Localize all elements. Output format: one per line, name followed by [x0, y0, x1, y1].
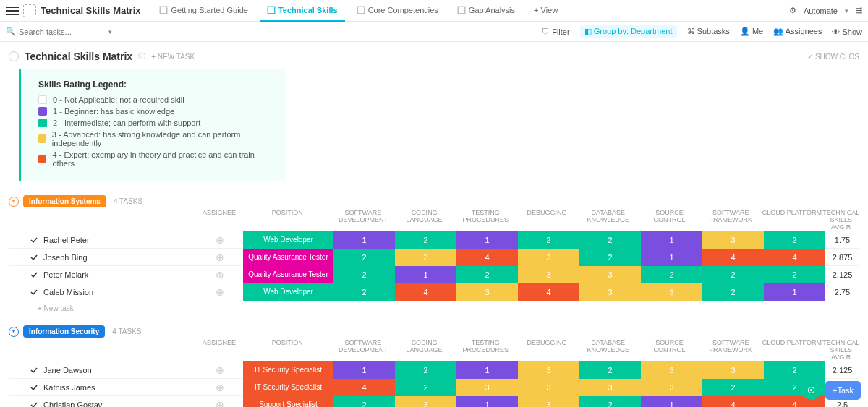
search-input[interactable] — [19, 27, 106, 36]
cell-score[interactable]: 4 — [333, 379, 395, 396]
cell-score[interactable]: 1 — [395, 266, 456, 283]
cell-score[interactable]: 4 — [518, 283, 579, 301]
cell-score[interactable]: 3 — [518, 266, 579, 283]
show-button[interactable]: 👁 Show — [832, 27, 862, 36]
cell-score[interactable]: 3 — [518, 379, 579, 396]
cell-position[interactable]: Web Developer — [243, 283, 333, 301]
cell-score[interactable]: 1 — [456, 361, 518, 379]
cell-score[interactable]: 1 — [456, 231, 518, 249]
cell-score[interactable]: 2 — [579, 361, 641, 379]
new-task-button[interactable]: + New task — [9, 300, 859, 321]
cell-score[interactable]: 2 — [764, 361, 825, 379]
section-caret-icon[interactable]: ▾ — [9, 327, 19, 337]
cell-score[interactable]: 3 — [456, 379, 518, 396]
cell-score[interactable]: 4 — [702, 249, 764, 266]
fab-task-button[interactable]: + Task — [825, 381, 861, 400]
cell-score[interactable]: 2 — [333, 283, 395, 301]
assignee-add-icon[interactable]: ⊕ — [197, 234, 243, 246]
cell-position[interactable]: Web Developer — [243, 231, 333, 249]
cell-score[interactable]: 3 — [518, 361, 579, 379]
assignee-add-icon[interactable]: ⊕ — [197, 286, 243, 298]
cell-score[interactable]: 2 — [333, 249, 395, 266]
cell-score[interactable]: 2 — [579, 249, 641, 266]
tab-gap-analysis[interactable]: Gap Analysis — [450, 0, 522, 22]
assignee-add-icon[interactable]: ⊕ — [197, 364, 243, 376]
cell-score[interactable]: 1 — [764, 283, 825, 301]
cell-score[interactable]: 2 — [518, 231, 579, 249]
table-row[interactable]: Christian Gostav⊕Support Specialist23132… — [9, 395, 859, 407]
assignee-add-icon[interactable]: ⊕ — [197, 382, 243, 393]
cell-score[interactable]: 2 — [579, 231, 641, 249]
new-task-header-button[interactable]: + NEW TASK — [151, 53, 195, 61]
cell-score[interactable]: 2 — [702, 379, 764, 396]
tab-getting-started-guide[interactable]: Getting Started Guide — [152, 0, 255, 22]
collapse-icon[interactable] — [9, 51, 19, 61]
cell-score[interactable]: 3 — [395, 396, 456, 408]
cell-score[interactable]: 4 — [702, 396, 764, 408]
table-row[interactable]: Peter Melark⊕Quality Assurance Tester212… — [9, 265, 859, 283]
cell-score[interactable]: 2 — [702, 283, 764, 301]
tab-core-competencies[interactable]: Core Competencies — [349, 0, 446, 22]
cell-score[interactable]: 3 — [641, 361, 702, 379]
assignees-button[interactable]: 👥 Assignees — [773, 27, 822, 36]
cell-score[interactable]: 2 — [641, 266, 702, 283]
cell-score[interactable]: 3 — [518, 249, 579, 266]
cell-score[interactable]: 2 — [333, 266, 395, 283]
assignee-add-icon[interactable]: ⊕ — [197, 269, 243, 280]
search-chevron-icon[interactable]: ▾ — [109, 28, 112, 35]
tab-technical-skills[interactable]: Technical Skills — [260, 0, 345, 22]
cell-score[interactable]: 3 — [702, 231, 764, 249]
cell-score[interactable]: 1 — [641, 396, 702, 408]
cell-score[interactable]: 4 — [764, 249, 825, 266]
automate-button[interactable]: Automate — [804, 7, 838, 15]
cell-score[interactable]: 4 — [395, 283, 456, 301]
table-row[interactable]: Joseph Bing⊕Quality Assurance Tester2343… — [9, 248, 859, 265]
filter-button[interactable]: ⛉ Filter — [542, 27, 570, 36]
cell-score[interactable]: 2 — [395, 231, 456, 249]
me-button[interactable]: 👤 Me — [740, 27, 763, 36]
cell-score[interactable]: 4 — [456, 249, 518, 266]
cell-position[interactable]: Support Specialist — [243, 396, 333, 408]
cell-score[interactable]: 3 — [395, 249, 456, 266]
assignee-add-icon[interactable]: ⊕ — [197, 252, 243, 263]
cell-score[interactable]: 2 — [764, 231, 825, 249]
cell-position[interactable]: Quality Assurance Tester — [243, 266, 333, 283]
cell-score[interactable]: 1 — [333, 231, 395, 249]
cell-position[interactable]: IT Security Specialist — [243, 379, 333, 396]
cell-score[interactable]: 3 — [641, 283, 702, 301]
section-pill[interactable]: Information Security — [23, 325, 105, 338]
cell-score[interactable]: 1 — [641, 231, 702, 249]
group-by-button[interactable]: ◧ Group by: Department — [580, 25, 677, 38]
cell-score[interactable]: 1 — [333, 361, 395, 379]
cell-score[interactable]: 3 — [456, 283, 518, 301]
table-row[interactable]: Jane Dawson⊕IT Security Specialist121323… — [9, 361, 859, 378]
assignee-add-icon[interactable]: ⊕ — [197, 399, 243, 408]
add-view-button[interactable]: + View — [527, 0, 565, 22]
cell-score[interactable]: 2 — [395, 361, 456, 379]
section-pill[interactable]: Information Systems — [23, 195, 106, 207]
table-row[interactable]: Caleb Mission⊕Web Developer243433212.75 — [9, 283, 859, 300]
cell-score[interactable]: 3 — [702, 361, 764, 379]
cell-score[interactable]: 3 — [518, 396, 579, 408]
cell-score[interactable]: 2 — [456, 266, 518, 283]
cell-score[interactable]: 1 — [641, 249, 702, 266]
cell-score[interactable]: 2 — [764, 266, 825, 283]
cell-score[interactable]: 3 — [641, 379, 702, 396]
cell-score[interactable]: 1 — [456, 396, 518, 408]
share-icon[interactable]: ⇶ — [856, 6, 862, 15]
section-caret-icon[interactable]: ▾ — [9, 197, 19, 207]
cell-score[interactable]: 3 — [579, 283, 641, 301]
show-closed-button[interactable]: ✓ SHOW CLOS — [807, 53, 859, 61]
menu-icon[interactable] — [6, 4, 19, 17]
cell-score[interactable]: 3 — [579, 379, 641, 396]
fab-record-button[interactable]: ⦿ — [802, 381, 821, 400]
cell-score[interactable]: 2 — [702, 266, 764, 283]
chevron-down-icon[interactable]: ▾ — [845, 7, 848, 14]
cell-position[interactable]: IT Security Specialist — [243, 361, 333, 379]
info-icon[interactable]: ⓘ — [138, 51, 145, 61]
cell-score[interactable]: 3 — [579, 266, 641, 283]
cell-position[interactable]: Quality Assurance Tester — [243, 249, 333, 266]
table-row[interactable]: Rachel Peter⊕Web Developer121221321.75 — [9, 231, 859, 248]
cell-score[interactable]: 2 — [579, 396, 641, 408]
cell-score[interactable]: 2 — [395, 379, 456, 396]
